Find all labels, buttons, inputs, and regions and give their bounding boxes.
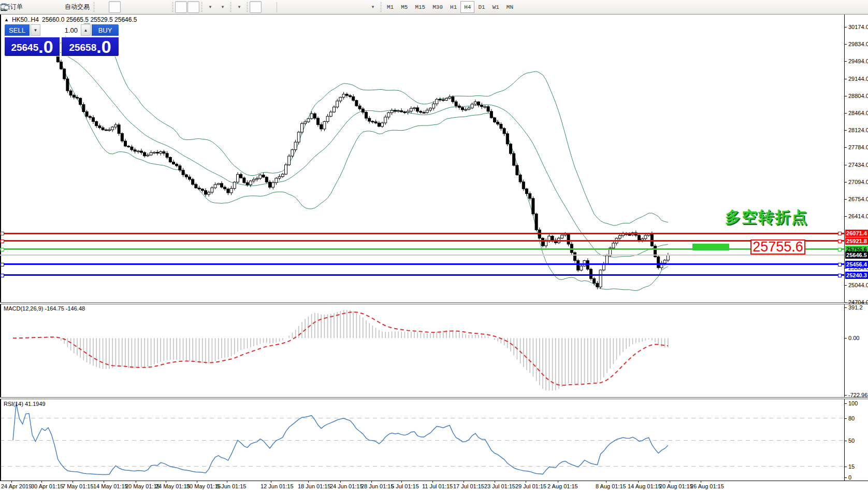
- horizontal-price-line[interactable]: [0, 274, 844, 276]
- price-axis-line: [844, 15, 845, 481]
- time-axis-label: 24 Jun 01:15: [330, 483, 363, 489]
- vertical-line-tool-button[interactable]: [280, 1, 292, 13]
- time-tick-mark: [464, 481, 464, 483]
- rsi-line: [13, 403, 668, 475]
- line-handle[interactable]: [838, 263, 842, 266]
- time-axis-label: 12 Jun 01:15: [261, 483, 294, 489]
- line-handle[interactable]: [838, 274, 842, 277]
- line-chart-button[interactable]: [121, 1, 133, 13]
- line-handle[interactable]: [1, 263, 4, 266]
- pane-divider-macd[interactable]: [0, 302, 868, 304]
- time-axis-label: 5 Jun 01:15: [216, 483, 247, 489]
- line-handle[interactable]: [838, 248, 842, 251]
- highlight-rectangle[interactable]: [692, 244, 729, 250]
- price-tick-mark: [844, 61, 847, 62]
- price-tick-label: 28464.0: [848, 110, 868, 116]
- line-handle[interactable]: [1, 240, 4, 243]
- arrows-tool-button[interactable]: ▼: [367, 1, 379, 13]
- time-tick-mark: [670, 481, 670, 483]
- price-tick-label: 29494.0: [848, 58, 868, 64]
- price-tick-label: 28124.0: [848, 127, 868, 133]
- signals-button[interactable]: [50, 1, 62, 13]
- rsi-pane[interactable]: [0, 399, 844, 480]
- horizontal-price-line[interactable]: [0, 263, 844, 265]
- time-tick-mark: [136, 481, 136, 483]
- equidistant-channel-tool-button[interactable]: E: [317, 1, 329, 13]
- toolbar-grip: [230, 2, 232, 12]
- time-tick-mark: [526, 481, 526, 483]
- horizontal-price-line[interactable]: [0, 233, 844, 234]
- timeframe-w1[interactable]: W1: [489, 1, 503, 13]
- time-tick-mark: [41, 481, 42, 483]
- time-axis-label: 23 Jul 01:15: [484, 483, 515, 489]
- timeframe-h1[interactable]: H1: [446, 1, 460, 13]
- tile-windows-button[interactable]: [158, 1, 170, 13]
- timeframe-mn[interactable]: MN: [503, 1, 517, 13]
- buy-button[interactable]: BUY: [91, 24, 119, 36]
- price-tick-mark: [844, 199, 847, 200]
- line-handle[interactable]: [1, 248, 4, 251]
- horizontal-price-line[interactable]: [0, 240, 844, 242]
- time-axis-label: 26 Aug 01:15: [690, 483, 724, 489]
- timeframe-h4[interactable]: H4: [460, 1, 474, 13]
- volume-value[interactable]: 1.00: [40, 24, 81, 36]
- line-handle[interactable]: [1, 274, 4, 277]
- volume-decrease-button[interactable]: ▼: [31, 24, 40, 36]
- mt5-window: 新订单 自动交易: [0, 0, 868, 493]
- line-handle[interactable]: [838, 232, 842, 235]
- price-tick-label: 25044.0: [848, 282, 868, 288]
- line-handle[interactable]: [1, 232, 4, 235]
- indicators-button[interactable]: ▼: [204, 1, 216, 13]
- templates-button[interactable]: ▼: [233, 1, 245, 13]
- macd-pane[interactable]: [0, 304, 844, 398]
- timeframe-d1[interactable]: D1: [474, 1, 488, 13]
- sell-price-panel[interactable]: 25645 .0: [4, 37, 60, 57]
- timeframe-m30[interactable]: M30: [429, 1, 446, 13]
- turning-point-annotation[interactable]: 多空转折点: [725, 207, 808, 228]
- price-tick-label: 29144.0: [848, 76, 868, 82]
- candlestick-chart-button[interactable]: [109, 1, 121, 13]
- label-tool-button[interactable]: T: [354, 1, 366, 13]
- search-button[interactable]: [842, 1, 853, 13]
- timeframe-m1[interactable]: M1: [383, 1, 397, 13]
- price-callout-label[interactable]: 25755.6: [750, 240, 805, 255]
- pane-divider-rsi[interactable]: [0, 397, 868, 399]
- sell-button[interactable]: SELL: [4, 24, 30, 36]
- new-chart-button[interactable]: [38, 1, 50, 13]
- toolbar-separator: [277, 2, 277, 12]
- fibonacci-tool-button[interactable]: F: [329, 1, 341, 13]
- crosshair-tool-button[interactable]: [262, 1, 274, 13]
- buy-price: 25658: [69, 40, 96, 55]
- time-tick-mark: [401, 481, 402, 483]
- text-tool-button[interactable]: A: [342, 1, 354, 13]
- cursor-tool-button[interactable]: [250, 1, 262, 13]
- buy-price-panel[interactable]: 25658 .0: [61, 37, 119, 57]
- price-tick-label: 29834.0: [848, 41, 868, 47]
- main-chart-pane[interactable]: [0, 15, 844, 303]
- zoom-in-button[interactable]: [134, 1, 146, 13]
- time-axis-label: 17 Jul 01:15: [453, 483, 484, 489]
- macd-tick-mark: [844, 307, 847, 308]
- chart-shift-button[interactable]: [175, 1, 187, 13]
- trendline-tool-button[interactable]: [305, 1, 316, 13]
- rsi-indicator-label: RSI(14) 41.1949: [4, 401, 46, 407]
- line-handle[interactable]: [838, 240, 842, 243]
- algo-trading-button[interactable]: 自动交易: [63, 1, 92, 13]
- time-axis-label: 20 Aug 01:15: [659, 483, 693, 489]
- time-tick-mark: [432, 481, 433, 483]
- sell-price: 25645: [11, 40, 38, 55]
- timeframe-m15[interactable]: M15: [411, 1, 429, 13]
- rsi-tick-label: 100: [848, 400, 858, 406]
- periods-button[interactable]: ▼: [216, 1, 228, 13]
- rsi-tick-mark: [844, 467, 847, 467]
- timeframe-m5[interactable]: M5: [397, 1, 411, 13]
- price-tick-label: 26754.0: [848, 196, 868, 202]
- zoom-out-button[interactable]: [146, 1, 158, 13]
- horizontal-line-tool-button[interactable]: [292, 1, 304, 13]
- bar-chart-button[interactable]: [96, 1, 108, 13]
- chat-button[interactable]: [854, 1, 866, 13]
- time-tick-mark: [227, 481, 227, 483]
- depth-of-market-button[interactable]: [25, 1, 37, 13]
- auto-scroll-button[interactable]: [187, 1, 199, 13]
- volume-increase-button[interactable]: ▲: [81, 24, 91, 36]
